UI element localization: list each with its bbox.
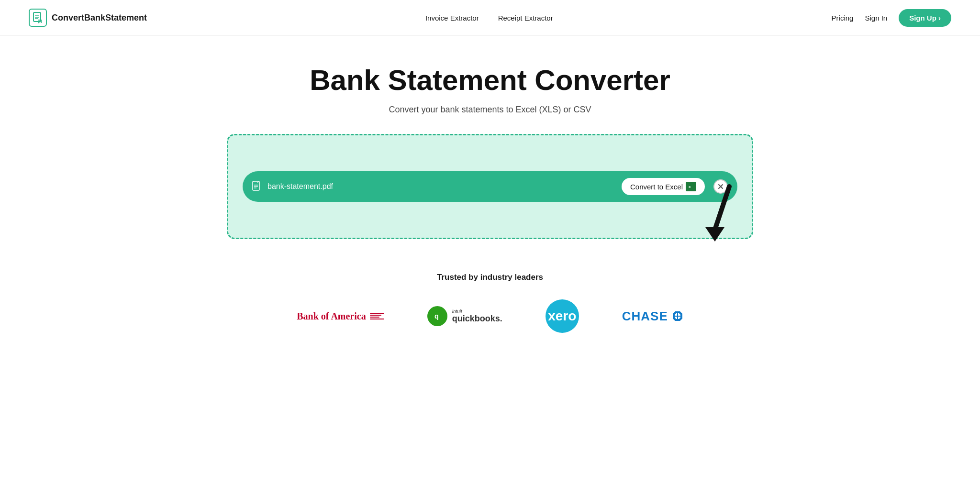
chase-octagon-icon: [672, 310, 683, 322]
svg-marker-14: [705, 227, 724, 242]
qb-text: intuit quickbooks.: [452, 309, 502, 324]
qb-circle-icon: q: [427, 306, 447, 326]
brand-logos-container: Bank of America q intuit: [297, 299, 683, 333]
svg-text:x: x: [689, 185, 691, 189]
boa-lines-icon: [370, 313, 384, 319]
logo[interactable]: ConvertBankStatement: [29, 9, 147, 27]
file-bar: bank-statement.pdf Convert to Excel x: [243, 171, 737, 202]
chase-logo: CHASE: [622, 309, 683, 324]
sign-in-link[interactable]: Sign In: [865, 14, 887, 22]
boa-text: Bank of America: [297, 311, 366, 322]
header: ConvertBankStatement Invoice Extractor R…: [0, 0, 980, 36]
invoice-extractor-link[interactable]: Invoice Extractor: [425, 14, 479, 22]
convert-button-label: Convert to Excel: [630, 183, 683, 191]
main-nav: Invoice Extractor Receipt Extractor: [425, 14, 553, 22]
xero-text: xero: [548, 308, 576, 324]
svg-line-13: [715, 187, 729, 230]
xero-logo: xero: [546, 299, 579, 333]
file-name-label: bank-statement.pdf: [267, 182, 616, 191]
svg-rect-5: [253, 181, 259, 190]
qb-brand-label: quickbooks.: [452, 314, 502, 324]
quickbooks-logo: q intuit quickbooks.: [427, 306, 502, 326]
trusted-section: Trusted by industry leaders Bank of Amer…: [10, 263, 970, 352]
page-subtitle: Convert your bank statements to Excel (X…: [389, 105, 591, 115]
convert-to-excel-button[interactable]: Convert to Excel x: [622, 178, 705, 195]
bank-of-america-logo: Bank of America: [297, 311, 384, 322]
logo-icon: [29, 9, 47, 27]
pricing-link[interactable]: Pricing: [832, 14, 854, 22]
file-pdf-icon: [252, 181, 262, 192]
receipt-extractor-link[interactable]: Receipt Extractor: [498, 14, 553, 22]
logo-text: ConvertBankStatement: [52, 13, 147, 23]
chase-text-label: CHASE: [622, 309, 668, 324]
main-content: Bank Statement Converter Convert your ba…: [0, 36, 980, 371]
qb-intuit-label: intuit: [452, 309, 502, 314]
arrow-svg: [696, 182, 739, 244]
page-title: Bank Statement Converter: [310, 65, 670, 96]
upload-area[interactable]: bank-statement.pdf Convert to Excel x: [227, 134, 753, 239]
sign-up-button[interactable]: Sign Up ›: [899, 9, 951, 27]
header-actions: Pricing Sign In Sign Up ›: [832, 9, 951, 27]
trusted-heading: Trusted by industry leaders: [437, 273, 543, 282]
svg-text:q: q: [434, 312, 439, 320]
xero-circle-icon: xero: [546, 299, 579, 333]
excel-badge: x: [686, 182, 696, 191]
